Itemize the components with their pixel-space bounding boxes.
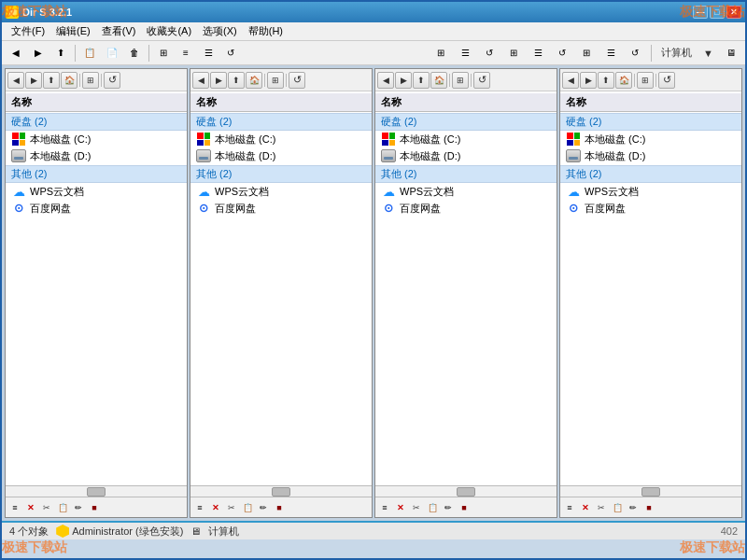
pane-2-bb-1[interactable]: ≡ (192, 500, 207, 515)
pane-1-scrollbar-thumb[interactable] (87, 487, 106, 497)
toolbar-copy-btn[interactable]: 📋 (79, 44, 100, 63)
toolbar-refresh-btn[interactable]: ↺ (220, 44, 241, 63)
pane-3-scrollbar-thumb[interactable] (457, 487, 475, 497)
pane-4-drive-d[interactable]: 本地磁盘 (D:) (560, 147, 741, 164)
toolbar-detail-btn[interactable]: ☰ (198, 44, 218, 63)
pane-4-bb-cut[interactable]: ✂ (594, 500, 609, 515)
pane-4-bb-del[interactable]: ■ (641, 500, 656, 515)
toolbar-list-btn[interactable]: ≡ (176, 44, 196, 63)
pane-2-scrollbar-thumb[interactable] (272, 487, 290, 497)
pane-1-back[interactable]: ◀ (7, 72, 24, 89)
pane-1-refresh[interactable] (104, 72, 120, 89)
menu-file[interactable]: 文件(F) (6, 22, 50, 40)
pane-4-scrollbar-thumb[interactable] (641, 487, 660, 497)
toolbar-forward-btn[interactable]: ▶ (28, 44, 49, 63)
pane-3-grid[interactable]: ⊞ (452, 72, 469, 89)
menu-view[interactable]: 查看(V) (96, 22, 142, 40)
pane-3-wps[interactable]: ☁ WPS云文档 (375, 183, 557, 200)
toolbar-grid-btn[interactable]: ⊞ (153, 44, 174, 63)
pane-3-bb-x[interactable]: ✕ (393, 500, 408, 515)
toolbar-r-btn6[interactable]: ↺ (552, 44, 572, 63)
pane-1-bb-x[interactable]: ✕ (23, 500, 38, 515)
pane-2-baidu[interactable]: ⊙ 百度网盘 (190, 200, 372, 217)
pane-3-bb-cut[interactable]: ✂ (409, 500, 424, 515)
pane-3-up[interactable]: ⬆ (413, 72, 430, 89)
minimize-button[interactable]: — (693, 6, 708, 19)
close-button[interactable]: ✕ (726, 6, 741, 19)
toolbar-r-btn1[interactable]: ⊞ (430, 44, 451, 63)
toolbar-r-btn8[interactable]: ☰ (600, 44, 621, 63)
toolbar-r-btn2[interactable]: ☰ (455, 44, 475, 63)
pane-3-drive-d[interactable]: 本地磁盘 (D:) (375, 147, 557, 164)
pane-2-forward[interactable]: ▶ (210, 72, 227, 89)
pane-4-bb-x[interactable]: ✕ (578, 500, 593, 515)
pane-3-bb-paste[interactable]: ✏ (441, 500, 456, 515)
pane-4-wps[interactable]: ☁ WPS云文档 (560, 183, 741, 200)
pane-2-grid[interactable]: ⊞ (267, 72, 284, 89)
toolbar-delete-btn[interactable]: 🗑 (124, 44, 145, 63)
pane-4-grid[interactable]: ⊞ (637, 72, 654, 89)
pane-1-bb-copy[interactable]: 📋 (55, 500, 70, 515)
pane-4-forward[interactable]: ▶ (580, 72, 597, 89)
menu-edit[interactable]: 编辑(E) (50, 22, 96, 40)
pane-3-scrollbar[interactable] (375, 485, 557, 497)
pane-2-wps[interactable]: ☁ WPS云文档 (190, 183, 372, 200)
pane-1-drive-d[interactable]: 本地磁盘 (D:) (6, 147, 187, 164)
menu-favorites[interactable]: 收藏夹(A) (141, 22, 197, 40)
toolbar-paste-btn[interactable]: 📄 (102, 44, 122, 63)
pane-1-baidu[interactable]: ⊙ 百度网盘 (6, 200, 187, 217)
toolbar-r-btn9[interactable]: ↺ (625, 44, 645, 63)
pane-4-drive-c[interactable]: 本地磁盘 (C:) (560, 131, 741, 147)
pane-3-bb-copy[interactable]: 📋 (425, 500, 440, 515)
pane-3-forward[interactable]: ▶ (395, 72, 412, 89)
pane-2-bb-del[interactable]: ■ (272, 500, 287, 515)
toolbar-computer-icon[interactable]: 🖥 (721, 44, 741, 63)
pane-1-wps[interactable]: ☁ WPS云文档 (6, 183, 187, 200)
pane-1-scrollbar[interactable] (6, 485, 187, 497)
pane-4-back[interactable]: ◀ (562, 72, 579, 89)
pane-1-grid[interactable]: ⊞ (82, 72, 99, 89)
maximize-button[interactable]: □ (710, 6, 725, 19)
pane-1-bb-1[interactable]: ≡ (7, 500, 22, 515)
menu-help[interactable]: 帮助(H) (243, 22, 289, 40)
pane-4-baidu[interactable]: ⊙ 百度网盘 (560, 200, 741, 217)
pane-3-bb-del[interactable]: ■ (457, 500, 472, 515)
pane-2-drive-c[interactable]: 本地磁盘 (C:) (190, 131, 372, 147)
pane-4-bb-copy[interactable]: 📋 (610, 500, 625, 515)
toolbar-r-btn3[interactable]: ↺ (479, 44, 500, 63)
pane-2-scrollbar[interactable] (190, 485, 372, 497)
pane-1-home[interactable]: 🏠 (61, 72, 78, 89)
pane-2-bb-cut[interactable]: ✂ (224, 500, 239, 515)
menu-options[interactable]: 选项(X) (197, 22, 243, 40)
pane-3-bb-1[interactable]: ≡ (377, 500, 392, 515)
pane-3-home[interactable]: 🏠 (430, 72, 447, 89)
toolbar-r-btn7[interactable]: ⊞ (576, 44, 597, 63)
pane-1-up[interactable]: ⬆ (43, 72, 60, 89)
computer-dropdown[interactable]: ▼ (699, 48, 717, 59)
pane-2-bb-x[interactable]: ✕ (208, 500, 223, 515)
pane-4-up[interactable]: ⬆ (598, 72, 614, 89)
pane-1-bb-paste[interactable]: ✏ (71, 500, 86, 515)
pane-2-bb-paste[interactable]: ✏ (256, 500, 271, 515)
pane-2-refresh[interactable] (289, 72, 305, 89)
pane-2-bb-copy[interactable]: 📋 (240, 500, 255, 515)
pane-4-bb-1[interactable]: ≡ (562, 500, 577, 515)
pane-1-drive-c[interactable]: 本地磁盘 (C:) (6, 131, 187, 147)
pane-4-home[interactable]: 🏠 (615, 72, 632, 89)
pane-4-scrollbar[interactable] (560, 485, 741, 497)
pane-3-drive-c[interactable]: 本地磁盘 (C:) (375, 131, 557, 147)
pane-3-back[interactable]: ◀ (377, 72, 394, 89)
toolbar-up-btn[interactable]: ⬆ (50, 44, 71, 63)
pane-1-forward[interactable]: ▶ (25, 72, 42, 89)
pane-2-home[interactable]: 🏠 (246, 72, 262, 89)
pane-3-baidu[interactable]: ⊙ 百度网盘 (375, 200, 557, 217)
pane-2-up[interactable]: ⬆ (228, 72, 245, 89)
pane-3-refresh[interactable] (473, 72, 490, 89)
pane-4-bb-paste[interactable]: ✏ (626, 500, 641, 515)
pane-2-drive-d[interactable]: 本地磁盘 (D:) (190, 147, 372, 164)
pane-2-back[interactable]: ◀ (192, 72, 209, 89)
pane-4-refresh[interactable] (658, 72, 675, 89)
pane-1-bb-cut[interactable]: ✂ (39, 500, 54, 515)
pane-1-bb-del[interactable]: ■ (87, 500, 102, 515)
toolbar-back-btn[interactable]: ◀ (6, 44, 26, 63)
